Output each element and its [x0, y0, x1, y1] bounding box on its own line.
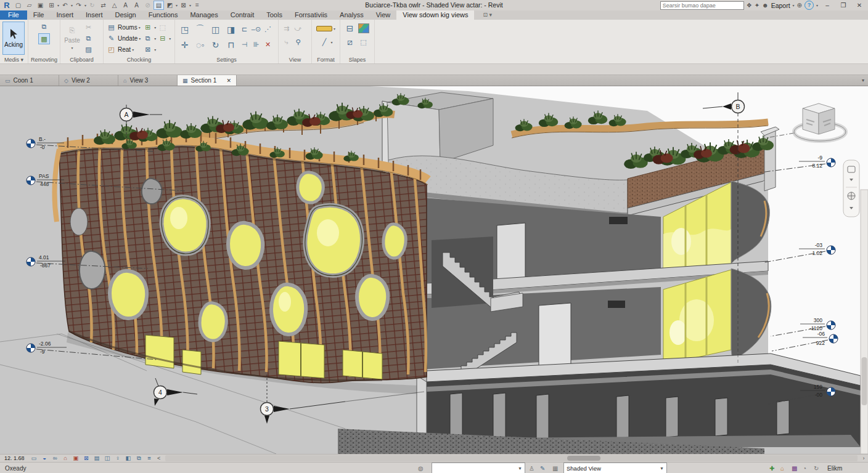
linework-button[interactable]: ▾	[316, 22, 335, 35]
undo-caret-icon[interactable]: ▾	[71, 3, 73, 7]
minimize-button[interactable]: –	[821, 2, 834, 9]
visual-style-icon[interactable]: ∞	[50, 455, 60, 462]
similar-icon[interactable]: ⊟	[157, 34, 168, 44]
render-icon[interactable]: ◩	[165, 1, 175, 10]
detail-level-icon[interactable]: ◒	[39, 455, 50, 462]
level-marker[interactable]	[27, 257, 35, 266]
select-links-icon[interactable]: ▩	[792, 463, 801, 473]
select-pinned-icon[interactable]: ◔	[803, 463, 813, 473]
undo-icon[interactable]: ↶	[60, 1, 70, 10]
editable-only-icon[interactable]: ♙	[529, 463, 539, 473]
mirror-x-icon[interactable]: ◫	[208, 23, 223, 36]
tab-functions[interactable]: Functions	[142, 10, 184, 20]
scroll-right-icon[interactable]: ›	[859, 455, 868, 461]
tab-tools[interactable]: Tools	[260, 10, 289, 20]
pin-icon[interactable]: –⊙	[251, 25, 261, 34]
text-icon[interactable]: A	[120, 1, 131, 10]
section-caret-icon[interactable]: ▾	[189, 3, 191, 7]
app-store-icon[interactable]: ⊕	[797, 2, 802, 9]
offset-icon[interactable]: ◌◦	[193, 38, 207, 52]
thin-lines-icon[interactable]: =	[192, 1, 202, 10]
ladder-icon[interactable]: ⊟	[343, 22, 357, 35]
redo-caret-icon[interactable]: ▾	[84, 3, 86, 7]
arrow-hop-icon[interactable]: ⤻	[293, 23, 303, 33]
tab-insert-1[interactable]: Insert	[50, 10, 80, 20]
sun-path-icon[interactable]: ⌂	[60, 455, 71, 462]
render-dialog-icon[interactable]: ⊠	[81, 455, 92, 462]
vscroll-thumb[interactable]	[862, 357, 867, 405]
scale-tool-icon[interactable]: ⋰	[263, 25, 273, 34]
filter-label[interactable]: Elikm	[827, 463, 842, 473]
reveal-hidden-icon[interactable]: ◧	[123, 455, 134, 462]
print-caret-icon[interactable]: ▾	[57, 3, 59, 7]
level-marker[interactable]	[27, 139, 35, 148]
match-properties-icon[interactable]: ▨	[83, 45, 94, 55]
view-tab-coon1[interactable]: ▭ Coon 1	[0, 75, 59, 86]
modify-button[interactable]: Acking	[2, 22, 25, 55]
tab-view-down-views[interactable]: View sdown kig views	[396, 10, 474, 20]
redo-icon[interactable]: ↷	[73, 1, 84, 10]
navigation-bar[interactable]	[843, 160, 859, 217]
view-tab-view3[interactable]: ⌂ View 3	[118, 75, 178, 86]
anchor-icon[interactable]: ⌒	[193, 23, 207, 36]
help-caret-icon[interactable]: ▾	[816, 3, 818, 7]
panel-label-medis[interactable]: Medis ▾	[0, 57, 28, 63]
default-3d-view-icon[interactable]: ▤	[154, 1, 164, 10]
mirror-draw-icon[interactable]: ◨	[224, 23, 238, 36]
level-marker[interactable]	[827, 158, 835, 167]
delete-icon[interactable]: ✕	[263, 40, 273, 50]
copy-icon[interactable]: ⧉	[83, 34, 94, 44]
paste-button[interactable]: ⎘ Paste ▾	[63, 22, 81, 54]
account-icon[interactable]: ☻	[762, 2, 769, 9]
flashlight-icon[interactable]: ⚲	[293, 37, 303, 47]
view-tab-section1[interactable]: ▦ Section 1 ✕	[178, 75, 237, 86]
tab-design[interactable]: Design	[109, 10, 142, 20]
horizontal-scrollbar[interactable]	[165, 455, 858, 461]
vertical-scrollbar[interactable]	[861, 190, 868, 454]
select-by-face-icon[interactable]: ↻	[814, 463, 824, 473]
level-marker[interactable]	[827, 246, 835, 254]
close-tab-icon[interactable]: ✕	[226, 78, 231, 84]
truck-icon[interactable]: ⊏	[239, 25, 250, 34]
measure-icon[interactable]: △	[109, 1, 120, 10]
align-icon[interactable]: ⊓	[224, 38, 238, 52]
join-geometry-icon[interactable]: ⧉	[39, 22, 49, 31]
split-icon[interactable]: ⊪	[251, 40, 261, 50]
scroll-left-icon[interactable]: <	[155, 455, 163, 461]
tab-view[interactable]: View	[370, 10, 397, 20]
sync-icon[interactable]: ↻	[87, 1, 97, 10]
slope-icon[interactable]: ⧄	[343, 35, 357, 49]
level-marker[interactable]	[829, 334, 838, 343]
tab-list-caret-icon[interactable]: ▾	[858, 75, 868, 86]
render-caret-icon[interactable]: ▾	[176, 3, 178, 7]
communication-icon[interactable]: ✦	[755, 2, 760, 9]
design-options-icon[interactable]: ✎	[540, 463, 550, 473]
measure-line-button[interactable]: ╱▾	[319, 35, 332, 49]
group-icon[interactable]: ⊞	[142, 23, 153, 33]
press-drag-icon[interactable]: ⌂	[780, 463, 790, 473]
view-scale[interactable]: 12. 1.68	[0, 455, 29, 461]
view-tab-view2[interactable]: ◇ View 2	[59, 75, 118, 86]
constraints-icon[interactable]: ≡	[144, 455, 155, 462]
open-file-icon[interactable]: ▱	[24, 1, 35, 10]
trim-icon[interactable]: ⊣	[239, 40, 250, 50]
worksets-icon[interactable]: ◍	[418, 463, 428, 473]
crop-view-icon[interactable]: ▤	[92, 455, 102, 462]
arrow-curve-icon[interactable]: ⤷	[281, 37, 292, 47]
tab-manages[interactable]: Manages	[184, 10, 224, 20]
arrow-jump-icon[interactable]: ⇉	[281, 23, 292, 33]
tab-forrsativiis[interactable]: Forrsativiis	[289, 10, 334, 20]
account-name[interactable]: Eaport	[771, 2, 790, 9]
close-button[interactable]: ✕	[853, 2, 866, 9]
legend-box-icon[interactable]: ⬚	[358, 37, 369, 47]
revit-logo-icon[interactable]: R	[1, 1, 12, 10]
rotate-icon[interactable]: ↻	[208, 38, 223, 52]
help-icon[interactable]: ?	[805, 1, 814, 10]
main-model-icon[interactable]: ▦	[552, 463, 562, 473]
tab-contrait[interactable]: Contrait	[224, 10, 261, 20]
scale-icon[interactable]: ▭	[29, 455, 39, 462]
move-icon[interactable]: ✛	[178, 38, 192, 52]
exclude-options-icon[interactable]: ✚	[769, 463, 779, 473]
design-option-combo[interactable]: Shaded View▼	[563, 463, 667, 473]
level-marker[interactable]	[827, 387, 835, 396]
